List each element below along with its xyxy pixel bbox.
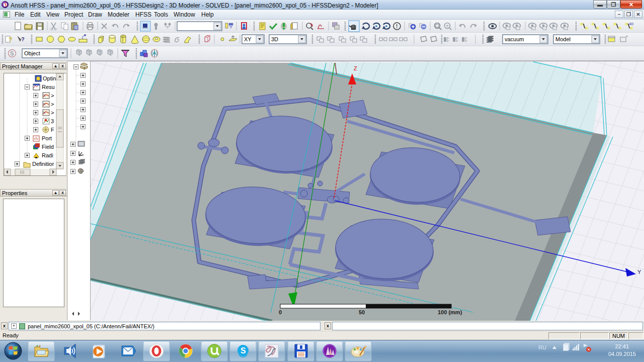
svg-text:>: > — [51, 101, 54, 107]
svg-text:S: S — [240, 346, 246, 355]
svg-text:100 (mm): 100 (mm) — [438, 309, 462, 315]
svg-text:3: 3 — [51, 118, 54, 124]
svg-text:vacuum: vacuum — [505, 36, 524, 42]
svg-text:40: 40 — [629, 22, 633, 26]
svg-text:>: > — [51, 93, 54, 99]
svg-text:!: ! — [396, 24, 397, 29]
svg-text:Model: Model — [555, 36, 571, 42]
svg-text:XY: XY — [244, 36, 252, 42]
svg-text:?: ? — [9, 36, 12, 43]
svg-text:Radi: Radi — [42, 152, 53, 158]
svg-text:Optin: Optin — [43, 75, 56, 81]
svg-text:Port: Port — [42, 135, 52, 141]
svg-text:Z: Z — [354, 65, 357, 71]
svg-text:Resu: Resu — [42, 84, 55, 90]
svg-text:0: 0 — [279, 309, 282, 315]
svg-text:S: S — [10, 50, 14, 56]
svg-text:Y: Y — [637, 269, 641, 275]
svg-text:3D: 3D — [271, 36, 278, 42]
svg-text:>: > — [51, 110, 54, 116]
svg-text:F: F — [51, 127, 54, 133]
svg-text:Field: Field — [42, 144, 54, 150]
svg-text:Object: Object — [24, 50, 40, 56]
svg-text:Definitior: Definitior — [32, 161, 54, 167]
svg-text:50: 50 — [359, 309, 365, 315]
svg-text:?: ? — [21, 36, 25, 42]
